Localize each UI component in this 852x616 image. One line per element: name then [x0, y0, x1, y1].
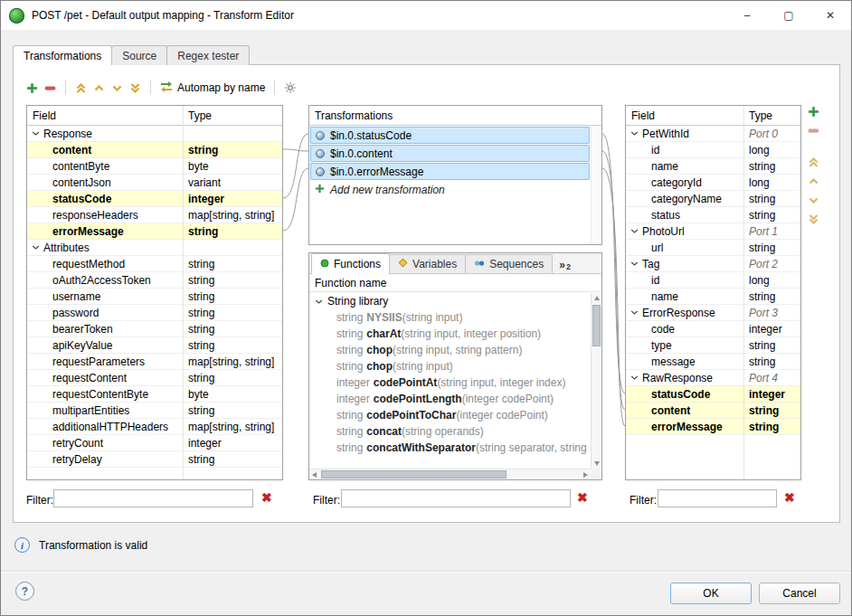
function-item[interactable]: stringcharAt(string input, integer posit… [309, 326, 591, 342]
input-field-row-contentJson[interactable]: contentJsonvariant [27, 175, 282, 191]
column-header-field[interactable]: Field [27, 109, 183, 122]
move-up-button[interactable] [93, 82, 105, 94]
automap-by-name-button[interactable]: Automap by name [160, 81, 265, 96]
function-item[interactable]: stringconcatWithSeparator(string separat… [309, 440, 591, 456]
remove-output-field-button[interactable] [808, 125, 819, 137]
add-button[interactable] [26, 82, 38, 94]
move-up-button[interactable] [808, 175, 819, 187]
input-field-row-retryCount[interactable]: retryCountinteger [27, 435, 282, 451]
output-field-row-url[interactable]: urlstring [626, 240, 800, 256]
transformation-row[interactable]: $in.0.statusCode [310, 127, 590, 144]
output-field-row-id[interactable]: idlong [626, 272, 800, 289]
input-field-row-apiKeyValue[interactable]: apiKeyValuestring [27, 337, 282, 354]
output-field-row-RawResponse[interactable]: RawResponsePort 4 [626, 370, 800, 386]
output-field-row-PhotoUrl[interactable]: PhotoUrlPort 1 [626, 223, 800, 240]
input-field-row-bearerToken[interactable]: bearerTokenstring [27, 321, 282, 337]
ok-button[interactable]: OK [670, 583, 752, 604]
tab-overflow-chevron[interactable]: » 2 [554, 259, 575, 273]
remove-button[interactable] [44, 82, 56, 94]
add-new-transformation[interactable]: Add new transformation [310, 181, 590, 198]
column-header-type[interactable]: Type [183, 109, 282, 122]
functions-horizontal-scrollbar[interactable] [309, 469, 591, 479]
collapse-chevron-icon[interactable] [630, 374, 639, 382]
collapse-chevron-icon[interactable] [630, 227, 639, 235]
input-field-row-requestMethod[interactable]: requestMethodstring [27, 256, 282, 272]
function-item[interactable]: stringchop(string input) [309, 358, 591, 374]
function-item[interactable]: integercodePointLength(integer codePoint… [309, 391, 591, 407]
output-field-row-categoryName[interactable]: categoryNamestring [626, 191, 800, 207]
function-item[interactable]: stringNYSIIS(string input) [309, 309, 591, 326]
scroll-right-icon[interactable] [583, 472, 588, 478]
transformation-row[interactable]: $in.0.errorMessage [310, 163, 590, 180]
tab-source[interactable]: Source [111, 45, 167, 65]
move-top-button[interactable] [75, 82, 87, 94]
input-field-row-content[interactable]: contentstring [27, 142, 282, 158]
collapse-chevron-icon[interactable] [32, 243, 40, 251]
output-field-row-status[interactable]: statusstring [626, 207, 800, 223]
input-field-row-errorMessage[interactable]: errorMessagestring [27, 223, 282, 240]
tab-variables[interactable]: Variables [389, 254, 466, 273]
collapse-chevron-icon[interactable] [315, 298, 323, 306]
input-field-row-multipartEntities[interactable]: multipartEntitiesstring [27, 403, 282, 419]
function-library-group[interactable]: String library [309, 293, 591, 309]
function-name-header[interactable]: Function name [309, 274, 601, 292]
function-item[interactable]: stringconcat(string operands) [309, 423, 591, 440]
input-field-row-requestContent[interactable]: requestContentstring [27, 370, 282, 386]
tab-regex-tester[interactable]: Regex tester [166, 45, 250, 65]
output-field-row-PetWithId[interactable]: PetWithIdPort 0 [626, 126, 800, 142]
left-filter-input[interactable] [53, 489, 253, 507]
output-field-row-statusCode[interactable]: statusCodeinteger [626, 386, 800, 403]
output-field-row-name[interactable]: namestring [626, 158, 800, 175]
move-bottom-button[interactable] [129, 82, 141, 94]
column-header-type[interactable]: Type [743, 109, 800, 122]
add-output-field-button[interactable] [808, 106, 819, 118]
output-field-row-code[interactable]: codeinteger [626, 321, 800, 337]
vertical-scroll-thumb[interactable] [592, 305, 601, 346]
input-field-row-password[interactable]: passwordstring [27, 305, 282, 321]
tab-transformations[interactable]: Transformations [13, 45, 112, 65]
scroll-left-icon[interactable] [312, 472, 317, 478]
cancel-button[interactable]: Cancel [759, 583, 840, 604]
output-field-row-type[interactable]: typestring [626, 337, 800, 354]
right-filter-clear-icon[interactable]: ✖ [784, 490, 795, 505]
collapse-chevron-icon[interactable] [630, 260, 639, 268]
input-field-row-username[interactable]: usernamestring [27, 289, 282, 305]
output-field-row-errorMessage[interactable]: errorMessagestring [626, 419, 800, 435]
output-field-row-content[interactable]: contentstring [626, 403, 800, 419]
output-field-row-ErrorResponse[interactable]: ErrorResponsePort 3 [626, 305, 800, 321]
collapse-chevron-icon[interactable] [630, 129, 639, 137]
tab-sequences[interactable]: Sequences [465, 254, 553, 273]
move-down-button[interactable] [111, 82, 123, 94]
column-header-field[interactable]: Field [626, 109, 743, 122]
scroll-up-icon[interactable] [594, 296, 600, 300]
output-field-row-categoryId[interactable]: categoryIdlong [626, 175, 800, 191]
help-button[interactable]: ? [15, 582, 34, 601]
input-field-row-oAuth2AccessToken[interactable]: oAuth2AccessTokenstring [27, 272, 282, 289]
output-field-row-Tag[interactable]: TagPort 2 [626, 256, 800, 272]
left-filter-clear-icon[interactable]: ✖ [261, 490, 272, 505]
collapse-chevron-icon[interactable] [630, 308, 639, 317]
right-filter-input[interactable] [658, 489, 777, 507]
input-field-row-Attributes[interactable]: Attributes [27, 240, 282, 256]
input-field-row-requestParameters[interactable]: requestParametersmap[string, string] [27, 354, 282, 370]
maximize-button[interactable]: ▢ [768, 1, 809, 30]
output-field-row-id[interactable]: idlong [626, 142, 800, 158]
input-field-row-retryDelay[interactable]: retryDelaystring [27, 451, 282, 468]
close-button[interactable]: ✕ [809, 1, 851, 30]
scroll-down-icon[interactable] [594, 461, 600, 466]
transformation-row[interactable]: $in.0.content [310, 145, 590, 162]
input-field-row-Response[interactable]: Response [27, 126, 282, 142]
move-down-button[interactable] [808, 194, 819, 206]
middle-filter-input[interactable] [341, 489, 571, 507]
move-top-button[interactable] [808, 156, 819, 168]
middle-filter-clear-icon[interactable]: ✖ [577, 490, 588, 505]
transformations-scrollbar[interactable] [591, 127, 601, 244]
horizontal-scroll-thumb[interactable] [321, 470, 506, 479]
function-item[interactable]: integercodePointAt(string input, integer… [309, 374, 591, 391]
mapping-settings-icon[interactable] [284, 81, 297, 94]
input-field-row-additionalHTTPHeaders[interactable]: additionalHTTPHeadersmap[string, string] [27, 419, 282, 435]
output-field-row-message[interactable]: messagestring [626, 354, 800, 370]
input-field-row-statusCode[interactable]: statusCodeinteger [27, 191, 282, 207]
collapse-chevron-icon[interactable] [32, 129, 40, 137]
function-item[interactable]: stringchop(string input, string pattern) [309, 342, 591, 358]
